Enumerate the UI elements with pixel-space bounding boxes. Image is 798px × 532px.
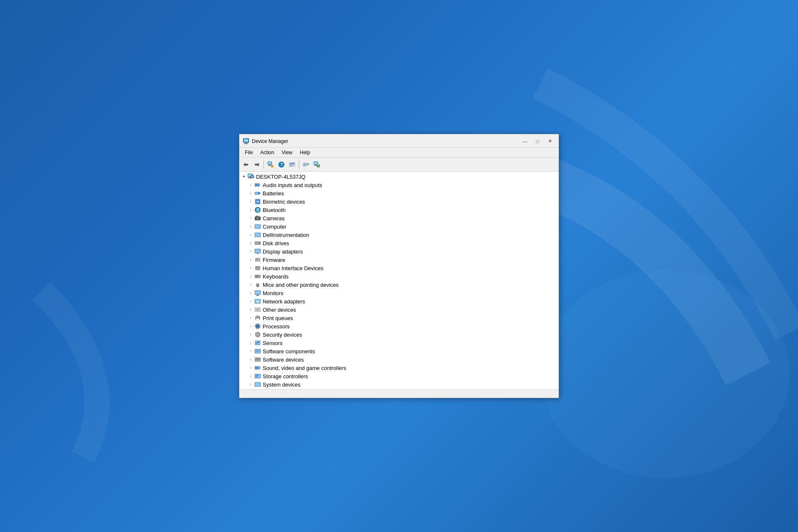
list-item[interactable]: › Batteries [239, 189, 559, 197]
svg-rect-10 [268, 165, 271, 166]
list-item[interactable]: › Disk drives [239, 239, 559, 247]
expand-icon[interactable]: › [248, 348, 254, 354]
list-item[interactable]: › System devices [239, 380, 559, 389]
tree-view[interactable]: ▼ DESKTOP-4L537JQ › [239, 172, 559, 389]
expand-icon[interactable]: › [248, 340, 254, 346]
expand-icon[interactable]: › [248, 224, 254, 229]
computer-icon [248, 173, 254, 180]
forward-button[interactable] [252, 160, 262, 170]
expand-icon[interactable]: › [248, 298, 254, 304]
expand-icon[interactable]: › [248, 265, 254, 271]
svg-rect-72 [256, 277, 258, 278]
mouse-icon [254, 281, 261, 288]
item-label: Bluetooth [263, 207, 286, 213]
list-item[interactable]: › Security devices [239, 330, 559, 339]
expand-icon[interactable]: › [248, 332, 254, 337]
svg-rect-78 [255, 291, 260, 294]
svg-marker-35 [257, 183, 259, 187]
expand-icon[interactable]: › [248, 232, 254, 238]
svg-rect-59 [256, 260, 257, 260]
list-item[interactable]: › Keyboards [239, 272, 559, 281]
content-area: ▼ DESKTOP-4L537JQ › [239, 172, 559, 389]
sound-icon [254, 365, 261, 371]
list-item[interactable]: › Computer [239, 222, 559, 231]
item-label: Human Interface Devices [263, 265, 323, 271]
driver-info-button[interactable] [287, 160, 297, 170]
svg-point-0 [540, 270, 790, 478]
item-label: Biometric devices [263, 199, 305, 205]
expand-icon[interactable]: › [248, 207, 254, 213]
list-item[interactable]: › DellInstrumentation [239, 231, 559, 239]
properties-button[interactable]: i [266, 160, 276, 170]
expand-icon[interactable]: › [248, 190, 254, 196]
list-item[interactable]: › Biometric devices [239, 197, 559, 206]
list-item[interactable]: › Mice and other pointing devices [239, 281, 559, 289]
expand-icon[interactable]: › [248, 290, 254, 296]
list-item[interactable]: › Storage controllers [239, 372, 559, 380]
list-item[interactable]: › Sensors [239, 339, 559, 347]
expand-icon[interactable]: › [248, 215, 254, 221]
expand-icon[interactable]: › [248, 323, 254, 329]
list-item[interactable]: › </> Software components [239, 347, 559, 355]
menu-help[interactable]: Help [296, 148, 314, 157]
list-item[interactable]: › Sound, video and game controllers [239, 364, 559, 372]
list-item[interactable]: › Firmware [239, 256, 559, 264]
expand-icon[interactable]: › [248, 315, 254, 321]
dell-icon [254, 232, 261, 238]
expand-icon[interactable]: › [248, 199, 254, 204]
svg-rect-119 [256, 376, 258, 376]
expand-icon[interactable]: › [248, 357, 254, 362]
tree-root[interactable]: ▼ DESKTOP-4L537JQ [239, 172, 559, 181]
title-bar-left: Device Manager [243, 138, 288, 145]
expand-icon[interactable]: › [248, 382, 254, 387]
list-item[interactable]: › Cameras [239, 214, 559, 222]
svg-rect-62 [256, 266, 260, 270]
menu-view[interactable]: View [278, 148, 296, 157]
battery-icon [254, 190, 261, 197]
expand-icon[interactable]: › [248, 240, 254, 246]
expand-icon[interactable]: › [248, 257, 254, 263]
list-item[interactable]: › Human Interface Devices [239, 264, 559, 272]
list-item[interactable]: › </> Software devices [239, 355, 559, 364]
svg-rect-67 [256, 276, 256, 276]
back-button[interactable] [241, 160, 251, 170]
menu-action[interactable]: Action [256, 148, 278, 157]
list-item[interactable]: › Network adapters [239, 297, 559, 305]
maximize-button[interactable]: □ [532, 137, 543, 145]
list-item[interactable]: › Monitors [239, 289, 559, 297]
list-item[interactable]: › ? Other devices [239, 305, 559, 314]
other-icon: ? [254, 306, 261, 313]
expand-icon[interactable]: › [248, 249, 254, 254]
svg-rect-24 [314, 162, 318, 164]
svg-rect-88 [256, 315, 259, 317]
expand-icon-root[interactable]: ▼ [241, 174, 247, 180]
expand-icon[interactable]: › [248, 182, 254, 188]
item-label: Firmware [263, 257, 285, 263]
expand-icon[interactable]: › [248, 373, 254, 379]
list-item[interactable]: › Processors [239, 322, 559, 330]
network-icon [254, 298, 261, 305]
expand-icon[interactable]: › [248, 273, 254, 279]
svg-rect-98 [260, 326, 261, 326]
minimize-button[interactable]: — [520, 137, 530, 145]
expand-icon[interactable]: › [248, 365, 254, 371]
list-item[interactable]: › B Bluetooth [239, 206, 559, 214]
close-button[interactable]: ✕ [544, 137, 555, 145]
expand-icon[interactable]: › [248, 282, 254, 288]
svg-rect-96 [255, 327, 256, 327]
title-controls: — □ ✕ [520, 137, 555, 145]
svg-rect-74 [257, 283, 258, 285]
help-button[interactable]: ? [276, 160, 286, 170]
list-item[interactable]: › Display adapters [239, 247, 559, 256]
scan-button[interactable] [312, 160, 322, 170]
item-label: Batteries [263, 190, 284, 197]
list-item[interactable]: › Audio inputs and outputs [239, 181, 559, 189]
svg-rect-9 [269, 165, 271, 165]
add-hardware-button[interactable]: + [301, 160, 311, 170]
list-item[interactable]: › Print queues [239, 314, 559, 322]
svg-rect-69 [257, 276, 258, 276]
item-label: System devices [263, 382, 300, 388]
expand-icon[interactable]: › [248, 307, 254, 313]
svg-rect-19 [290, 166, 292, 166]
menu-file[interactable]: File [241, 148, 256, 157]
